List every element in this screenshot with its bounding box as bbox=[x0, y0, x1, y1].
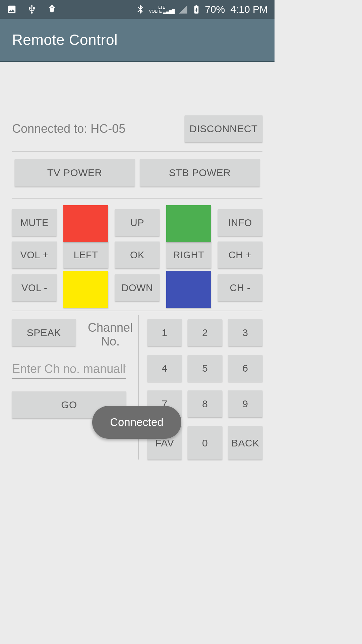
mute-button[interactable]: MUTE bbox=[12, 209, 57, 236]
image-icon bbox=[7, 4, 17, 14]
left-button[interactable]: LEFT bbox=[63, 241, 108, 268]
ch-up-button[interactable]: CH + bbox=[218, 241, 262, 268]
numpad-3-button[interactable]: 3 bbox=[228, 319, 262, 346]
numpad-8-button[interactable]: 8 bbox=[188, 390, 222, 417]
debug-icon bbox=[47, 4, 57, 14]
numpad-back-button[interactable]: BACK bbox=[228, 426, 262, 460]
stb-power-button[interactable]: STB POWER bbox=[140, 159, 260, 186]
connection-status-label: Connected to: HC-05 bbox=[12, 122, 125, 136]
power-row: TV POWER STB POWER bbox=[12, 159, 262, 199]
app-bar: Remote Control bbox=[0, 19, 275, 62]
ok-button[interactable]: OK bbox=[115, 241, 160, 268]
up-button[interactable]: UP bbox=[115, 209, 160, 236]
vol-up-button[interactable]: VOL + bbox=[12, 241, 57, 268]
channel-no-label: Channel No. bbox=[82, 319, 138, 348]
numpad-5-button[interactable]: 5 bbox=[188, 355, 222, 382]
numpad-6-button[interactable]: 6 bbox=[228, 355, 262, 382]
app-title: Remote Control bbox=[12, 32, 118, 48]
toast-connected: Connected bbox=[92, 406, 181, 439]
red-color-button[interactable] bbox=[63, 205, 108, 242]
clock-time: 4:10 PM bbox=[230, 4, 268, 15]
status-bar: LTE VOLTE ▂▄▆█ 70% 4:10 PM bbox=[0, 0, 275, 19]
numpad-9-button[interactable]: 9 bbox=[228, 390, 262, 417]
battery-percent: 70% bbox=[205, 4, 225, 15]
usb-icon bbox=[27, 4, 37, 14]
bluetooth-icon bbox=[135, 4, 145, 14]
green-color-button[interactable] bbox=[166, 205, 211, 242]
vol-down-button[interactable]: VOL - bbox=[12, 274, 57, 301]
network-volte-icon: LTE VOLTE ▂▄▆█ bbox=[149, 5, 175, 13]
yellow-color-button[interactable] bbox=[63, 271, 108, 308]
blue-color-button[interactable] bbox=[166, 271, 211, 308]
numpad-0-button[interactable]: 0 bbox=[188, 426, 222, 460]
signal-secondary-icon bbox=[178, 4, 188, 14]
numpad-2-button[interactable]: 2 bbox=[188, 319, 222, 346]
info-button[interactable]: INFO bbox=[218, 209, 262, 236]
tv-power-button[interactable]: TV POWER bbox=[15, 159, 135, 186]
numpad-4-button[interactable]: 4 bbox=[147, 355, 182, 382]
battery-charging-icon bbox=[191, 4, 201, 14]
connection-row: Connected to: HC-05 DISCONNECT bbox=[12, 115, 262, 152]
right-button[interactable]: RIGHT bbox=[166, 241, 211, 268]
down-button[interactable]: DOWN bbox=[115, 274, 160, 301]
speak-button[interactable]: SPEAK bbox=[12, 319, 76, 346]
numpad-1-button[interactable]: 1 bbox=[147, 319, 182, 346]
dpad-grid: MUTE UP INFO VOL + LEFT OK RIGHT CH + VO… bbox=[12, 205, 262, 311]
channel-input[interactable] bbox=[12, 360, 126, 379]
disconnect-button[interactable]: DISCONNECT bbox=[185, 115, 262, 142]
ch-down-button[interactable]: CH - bbox=[218, 274, 262, 301]
